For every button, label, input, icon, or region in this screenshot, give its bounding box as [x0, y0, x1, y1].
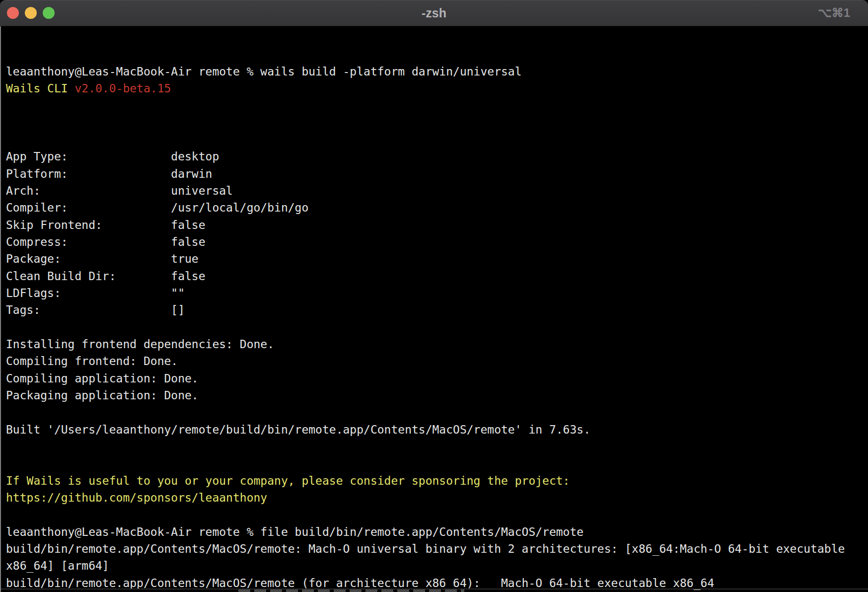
- minimize-button[interactable]: [25, 7, 37, 19]
- terminal-text: false: [171, 219, 205, 231]
- terminal-text: []: [171, 303, 185, 316]
- terminal-line: [6, 131, 862, 148]
- terminal-line: Packaging application: Done.: [6, 387, 862, 404]
- close-button[interactable]: [7, 7, 19, 19]
- terminal-text: Built '/Users/leaanthony/remote/build/bi…: [6, 423, 590, 436]
- terminal-line: Platform:darwin: [6, 165, 862, 182]
- terminal-text: build/bin/remote.app/Contents/MacOS/remo…: [6, 542, 845, 555]
- terminal-line: [6, 438, 862, 455]
- terminal-text: Compress:: [6, 233, 171, 250]
- terminal-text: Installing frontend dependencies: Done.: [6, 338, 274, 351]
- terminal-text: build/bin/remote.app/Contents/MacOS/remo…: [6, 577, 714, 590]
- terminal-line: [6, 404, 862, 421]
- terminal-text: false: [171, 270, 205, 283]
- terminal-line: App Type:desktop: [6, 148, 862, 165]
- terminal-line: [6, 319, 862, 336]
- terminal-text: /usr/local/go/bin/go: [171, 201, 308, 214]
- terminal-text: LDFlags:: [6, 285, 171, 301]
- terminal-line: Arch:universal: [6, 182, 862, 199]
- terminal-text: Tags:: [6, 301, 171, 318]
- terminal-line: leaanthony@Leas-MacBook-Air remote % wai…: [6, 63, 862, 80]
- terminal-text: leaanthony@Leas-MacBook-Air remote % fil…: [6, 525, 583, 538]
- terminal-text: Skip Frontend:: [6, 217, 171, 233]
- terminal-line: leaanthony@Leas-MacBook-Air remote % fil…: [6, 523, 862, 540]
- terminal-line: Tags:[]: [6, 301, 862, 318]
- terminal-line: [6, 455, 862, 472]
- terminal-line: https://github.com/sponsors/leaanthony: [6, 489, 862, 506]
- terminal-line: Compiling application: Done.: [6, 370, 862, 387]
- terminal-text: x86_64] [arm64]: [6, 559, 109, 572]
- terminal-text: Platform:: [6, 165, 171, 182]
- terminal-text: Compiling application: Done.: [6, 372, 199, 385]
- terminal-line: Built '/Users/leaanthony/remote/build/bi…: [6, 421, 862, 438]
- terminal-line: Installing frontend dependencies: Done.: [6, 336, 862, 353]
- terminal-text: App Type:: [6, 148, 171, 165]
- terminal-line: [6, 506, 862, 523]
- terminal-text: Package:: [6, 250, 171, 267]
- terminal-text: darwin: [171, 167, 212, 180]
- window-title: -zsh: [0, 6, 868, 20]
- terminal-text: Wails CLI: [6, 82, 74, 95]
- terminal-text: false: [171, 235, 205, 248]
- terminal-line: Compress:false: [6, 233, 862, 250]
- terminal-line: Package:true: [6, 250, 862, 267]
- terminal-line: LDFlags:"": [6, 285, 862, 301]
- terminal-line: Compiling frontend: Done.: [6, 353, 862, 370]
- traffic-lights: [0, 7, 55, 19]
- terminal-text: Compiling frontend: Done.: [6, 355, 178, 368]
- background-window-left-edge: [0, 26, 1, 592]
- terminal-text: If Wails is useful to you or your compan…: [6, 474, 570, 487]
- terminal-line: x86_64] [arm64]: [6, 557, 862, 574]
- terminal-window: -zsh ⌥⌘1 leaanthony@Leas-MacBook-Air rem…: [0, 0, 868, 592]
- terminal-line: Skip Frontend:false: [6, 217, 862, 233]
- clipped-window-below-text: [238, 590, 464, 592]
- terminal-line: Compiler:/usr/local/go/bin/go: [6, 199, 862, 216]
- terminal-text: Compiler:: [6, 199, 171, 216]
- terminal-text: Clean Build Dir:: [6, 268, 171, 285]
- terminal-text: v2.0.0-beta.15: [74, 82, 171, 95]
- sponsor-link[interactable]: https://github.com/sponsors/leaanthony: [6, 491, 267, 504]
- terminal-text: Packaging application: Done.: [6, 389, 199, 402]
- terminal-text: desktop: [171, 150, 219, 163]
- terminal-line: Wails CLI v2.0.0-beta.15: [6, 80, 862, 97]
- terminal-line: If Wails is useful to you or your compan…: [6, 472, 862, 489]
- terminal-line: [6, 114, 862, 131]
- terminal-text: Arch:: [6, 182, 171, 199]
- terminal-line: [6, 97, 862, 114]
- zoom-button[interactable]: [43, 7, 55, 19]
- tab-shortcut-hint: ⌥⌘1: [818, 0, 850, 26]
- terminal-text: true: [171, 252, 198, 265]
- terminal-output: leaanthony@Leas-MacBook-Air remote % wai…: [6, 63, 862, 592]
- terminal-text: universal: [171, 184, 233, 197]
- title-bar[interactable]: -zsh ⌥⌘1: [0, 0, 868, 26]
- terminal-text: leaanthony@Leas-MacBook-Air remote % wai…: [6, 65, 522, 78]
- terminal-text: "": [171, 287, 185, 299]
- terminal-screen[interactable]: leaanthony@Leas-MacBook-Air remote % wai…: [0, 26, 868, 592]
- terminal-line: Clean Build Dir:false: [6, 268, 862, 285]
- terminal-line: build/bin/remote.app/Contents/MacOS/remo…: [6, 540, 862, 557]
